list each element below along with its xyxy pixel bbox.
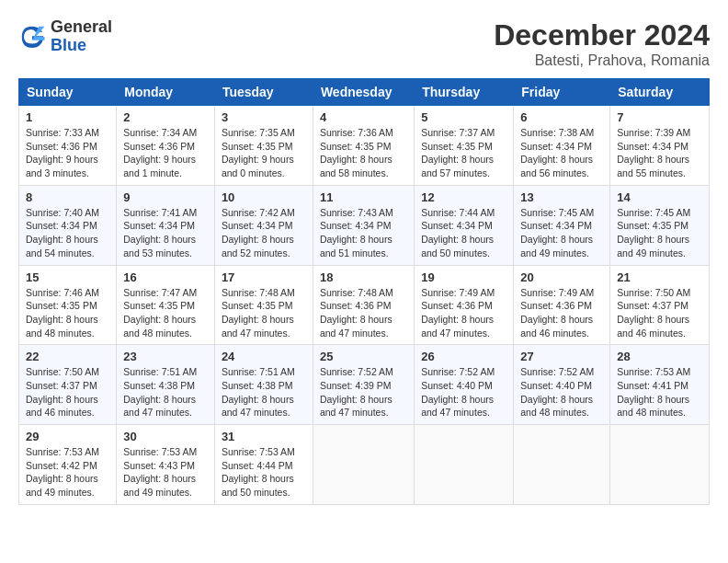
day-number: 6 — [520, 110, 603, 124]
calendar-cell: 12Sunrise: 7:44 AM Sunset: 4:34 PM Dayli… — [415, 185, 514, 265]
day-info: Sunrise: 7:33 AM Sunset: 4:36 PM Dayligh… — [26, 126, 109, 180]
calendar-week-2: 8Sunrise: 7:40 AM Sunset: 4:34 PM Daylig… — [19, 185, 710, 265]
calendar-cell: 23Sunrise: 7:51 AM Sunset: 4:38 PM Dayli… — [117, 345, 215, 425]
calendar-week-4: 22Sunrise: 7:50 AM Sunset: 4:37 PM Dayli… — [19, 345, 710, 425]
day-info: Sunrise: 7:53 AM Sunset: 4:42 PM Dayligh… — [26, 445, 109, 500]
calendar-week-5: 29Sunrise: 7:53 AM Sunset: 4:42 PM Dayli… — [19, 425, 710, 505]
day-info: Sunrise: 7:45 AM Sunset: 4:35 PM Dayligh… — [617, 206, 702, 260]
calendar-cell: 13Sunrise: 7:45 AM Sunset: 4:34 PM Dayli… — [514, 185, 610, 265]
column-header-wednesday: Wednesday — [313, 79, 414, 106]
calendar-cell: 10Sunrise: 7:42 AM Sunset: 4:34 PM Dayli… — [214, 185, 313, 265]
calendar-week-3: 15Sunrise: 7:46 AM Sunset: 4:35 PM Dayli… — [19, 265, 710, 345]
day-number: 22 — [26, 350, 109, 363]
calendar-table: SundayMondayTuesdayWednesdayThursdayFrid… — [18, 78, 710, 505]
column-header-friday: Friday — [514, 79, 610, 106]
day-info: Sunrise: 7:50 AM Sunset: 4:37 PM Dayligh… — [617, 286, 702, 340]
calendar-cell — [514, 425, 610, 505]
calendar-cell: 5Sunrise: 7:37 AM Sunset: 4:35 PM Daylig… — [415, 106, 514, 186]
calendar-cell: 7Sunrise: 7:39 AM Sunset: 4:34 PM Daylig… — [610, 106, 710, 186]
calendar-cell: 31Sunrise: 7:53 AM Sunset: 4:44 PM Dayli… — [214, 425, 313, 505]
day-info: Sunrise: 7:38 AM Sunset: 4:34 PM Dayligh… — [520, 126, 603, 180]
day-info: Sunrise: 7:52 AM Sunset: 4:40 PM Dayligh… — [520, 365, 603, 419]
column-header-saturday: Saturday — [610, 79, 710, 106]
day-number: 20 — [520, 270, 603, 284]
calendar-cell: 17Sunrise: 7:48 AM Sunset: 4:35 PM Dayli… — [214, 265, 313, 345]
day-info: Sunrise: 7:50 AM Sunset: 4:37 PM Dayligh… — [26, 365, 109, 419]
day-number: 14 — [617, 190, 702, 204]
day-info: Sunrise: 7:44 AM Sunset: 4:34 PM Dayligh… — [421, 206, 506, 260]
calendar-cell: 8Sunrise: 7:40 AM Sunset: 4:34 PM Daylig… — [19, 185, 117, 265]
calendar-cell: 18Sunrise: 7:48 AM Sunset: 4:36 PM Dayli… — [313, 265, 414, 345]
day-number: 29 — [26, 430, 109, 443]
day-info: Sunrise: 7:52 AM Sunset: 4:39 PM Dayligh… — [320, 365, 407, 419]
day-info: Sunrise: 7:49 AM Sunset: 4:36 PM Dayligh… — [520, 286, 603, 340]
calendar-cell: 15Sunrise: 7:46 AM Sunset: 4:35 PM Dayli… — [19, 265, 117, 345]
logo-text: General Blue — [51, 18, 112, 55]
day-info: Sunrise: 7:36 AM Sunset: 4:35 PM Dayligh… — [320, 126, 407, 180]
calendar-header-row: SundayMondayTuesdayWednesdayThursdayFrid… — [19, 79, 710, 106]
calendar-week-1: 1Sunrise: 7:33 AM Sunset: 4:36 PM Daylig… — [19, 106, 710, 186]
day-info: Sunrise: 7:53 AM Sunset: 4:44 PM Dayligh… — [222, 445, 306, 500]
column-header-sunday: Sunday — [19, 79, 117, 106]
day-number: 15 — [26, 270, 109, 284]
day-info: Sunrise: 7:45 AM Sunset: 4:34 PM Dayligh… — [520, 206, 603, 260]
day-number: 17 — [222, 270, 306, 284]
calendar-cell: 22Sunrise: 7:50 AM Sunset: 4:37 PM Dayli… — [19, 345, 117, 425]
day-number: 12 — [421, 190, 506, 204]
page-subtitle: Batesti, Prahova, Romania — [494, 52, 710, 69]
day-number: 16 — [123, 270, 208, 284]
day-number: 2 — [123, 110, 208, 124]
day-number: 3 — [222, 110, 306, 124]
calendar-cell: 19Sunrise: 7:49 AM Sunset: 4:36 PM Dayli… — [415, 265, 514, 345]
title-block: December 2024 Batesti, Prahova, Romania — [494, 18, 710, 69]
calendar-cell: 20Sunrise: 7:49 AM Sunset: 4:36 PM Dayli… — [514, 265, 610, 345]
day-info: Sunrise: 7:52 AM Sunset: 4:40 PM Dayligh… — [421, 365, 506, 419]
calendar-cell: 26Sunrise: 7:52 AM Sunset: 4:40 PM Dayli… — [415, 345, 514, 425]
day-info: Sunrise: 7:48 AM Sunset: 4:35 PM Dayligh… — [222, 286, 306, 340]
day-info: Sunrise: 7:51 AM Sunset: 4:38 PM Dayligh… — [222, 365, 306, 419]
calendar-cell: 30Sunrise: 7:53 AM Sunset: 4:43 PM Dayli… — [117, 425, 215, 505]
day-number: 9 — [123, 190, 208, 204]
calendar-cell: 21Sunrise: 7:50 AM Sunset: 4:37 PM Dayli… — [610, 265, 710, 345]
day-info: Sunrise: 7:48 AM Sunset: 4:36 PM Dayligh… — [320, 286, 407, 340]
day-info: Sunrise: 7:53 AM Sunset: 4:41 PM Dayligh… — [617, 365, 702, 419]
logo-blue: Blue — [51, 37, 112, 55]
calendar-cell: 3Sunrise: 7:35 AM Sunset: 4:35 PM Daylig… — [214, 106, 313, 186]
logo-icon — [18, 23, 46, 51]
day-number: 4 — [320, 110, 407, 124]
day-info: Sunrise: 7:53 AM Sunset: 4:43 PM Dayligh… — [123, 445, 208, 500]
day-number: 19 — [421, 270, 506, 284]
calendar-cell: 16Sunrise: 7:47 AM Sunset: 4:35 PM Dayli… — [117, 265, 215, 345]
day-number: 31 — [222, 430, 306, 443]
day-number: 26 — [421, 350, 506, 363]
day-number: 8 — [26, 190, 109, 204]
calendar-cell — [610, 425, 710, 505]
column-header-monday: Monday — [117, 79, 215, 106]
day-info: Sunrise: 7:42 AM Sunset: 4:34 PM Dayligh… — [222, 206, 306, 260]
calendar-cell: 6Sunrise: 7:38 AM Sunset: 4:34 PM Daylig… — [514, 106, 610, 186]
day-info: Sunrise: 7:43 AM Sunset: 4:34 PM Dayligh… — [320, 206, 407, 260]
day-number: 13 — [520, 190, 603, 204]
day-info: Sunrise: 7:37 AM Sunset: 4:35 PM Dayligh… — [421, 126, 506, 180]
day-number: 25 — [320, 350, 407, 363]
day-number: 27 — [520, 350, 603, 363]
logo: General Blue — [18, 18, 112, 55]
calendar-cell: 29Sunrise: 7:53 AM Sunset: 4:42 PM Dayli… — [19, 425, 117, 505]
logo-general: General — [51, 18, 112, 37]
calendar-cell: 25Sunrise: 7:52 AM Sunset: 4:39 PM Dayli… — [313, 345, 414, 425]
page-header: General Blue December 2024 Batesti, Prah… — [18, 18, 710, 69]
day-info: Sunrise: 7:39 AM Sunset: 4:34 PM Dayligh… — [617, 126, 702, 180]
column-header-tuesday: Tuesday — [214, 79, 313, 106]
day-info: Sunrise: 7:49 AM Sunset: 4:36 PM Dayligh… — [421, 286, 506, 340]
day-info: Sunrise: 7:47 AM Sunset: 4:35 PM Dayligh… — [123, 286, 208, 340]
day-number: 11 — [320, 190, 407, 204]
calendar-cell: 2Sunrise: 7:34 AM Sunset: 4:36 PM Daylig… — [117, 106, 215, 186]
day-info: Sunrise: 7:51 AM Sunset: 4:38 PM Dayligh… — [123, 365, 208, 419]
day-number: 28 — [617, 350, 702, 363]
calendar-cell: 14Sunrise: 7:45 AM Sunset: 4:35 PM Dayli… — [610, 185, 710, 265]
calendar-cell: 24Sunrise: 7:51 AM Sunset: 4:38 PM Dayli… — [214, 345, 313, 425]
calendar-cell: 28Sunrise: 7:53 AM Sunset: 4:41 PM Dayli… — [610, 345, 710, 425]
day-number: 30 — [123, 430, 208, 443]
day-info: Sunrise: 7:41 AM Sunset: 4:34 PM Dayligh… — [123, 206, 208, 260]
calendar-cell: 9Sunrise: 7:41 AM Sunset: 4:34 PM Daylig… — [117, 185, 215, 265]
